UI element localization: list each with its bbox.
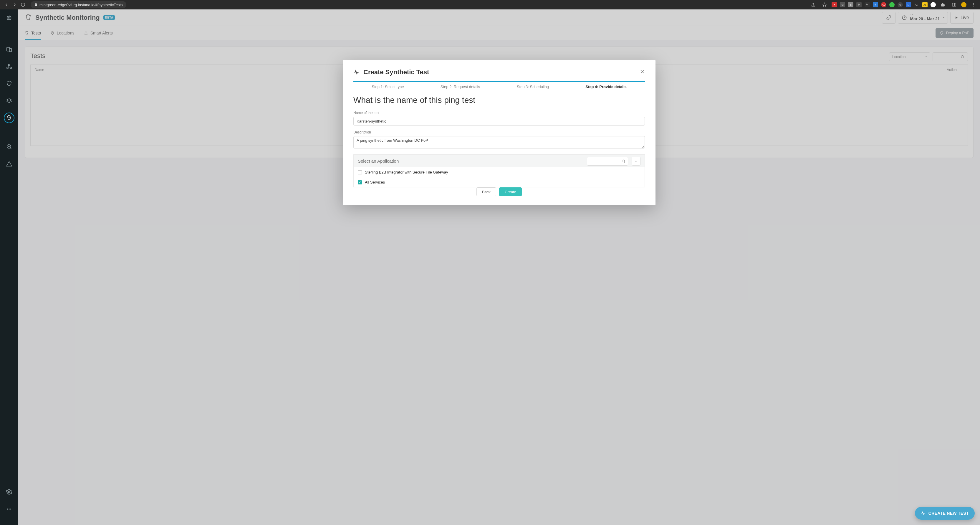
wizard-step-3[interactable]: Step 3: Scheduling xyxy=(517,85,549,89)
sidebar-applications-icon[interactable] xyxy=(4,61,14,72)
svg-point-14 xyxy=(7,509,8,509)
application-select-label: Select an Application xyxy=(358,158,583,163)
svg-point-1 xyxy=(973,3,974,3)
application-collapse-button[interactable] xyxy=(632,157,641,166)
wizard-steps: Step 1: Select type Step 2: Request deta… xyxy=(353,85,645,89)
wizard-step-2[interactable]: Step 2: Request details xyxy=(441,85,480,89)
ext-icon-13[interactable] xyxy=(931,2,936,7)
app-sidebar xyxy=(0,10,18,525)
svg-point-5 xyxy=(8,18,8,18)
close-icon xyxy=(640,69,645,74)
pulse-icon xyxy=(353,69,360,75)
sidebar-websites-icon[interactable] xyxy=(4,44,14,55)
wizard-progress-bar xyxy=(353,81,645,82)
bookmark-star-icon[interactable] xyxy=(820,1,829,9)
ext-icon-11[interactable]: C: xyxy=(914,2,920,7)
application-option-label: Sterling B2B Integrator with Secure File… xyxy=(365,170,448,174)
modal-close-button[interactable] xyxy=(640,69,645,75)
modal-title: Create Synthetic Test xyxy=(363,69,429,76)
svg-point-13 xyxy=(8,491,10,493)
ext-icon-12[interactable]: JS xyxy=(922,2,928,7)
svg-rect-0 xyxy=(952,3,956,6)
form-heading: What is the name of this ping test xyxy=(353,96,645,105)
extensions-menu-icon[interactable] xyxy=(939,1,947,9)
fab-label: CREATE NEW TEST xyxy=(929,511,969,515)
ext-icon-6[interactable]: ⚛ xyxy=(873,2,878,7)
create-button[interactable]: Create xyxy=(499,187,522,196)
ext-icon-5[interactable]: ✎ xyxy=(865,2,870,7)
share-icon[interactable] xyxy=(809,1,818,9)
ext-icon-9[interactable]: ☺ xyxy=(897,2,903,7)
application-search-input[interactable] xyxy=(587,157,628,166)
description-field-label: Description xyxy=(353,130,645,134)
svg-point-15 xyxy=(8,509,10,509)
application-option-sterling[interactable]: Sterling B2B Integrator with Secure File… xyxy=(353,168,645,177)
ext-icon-4[interactable]: ✈ xyxy=(856,2,862,7)
sidebar-synthetic-icon[interactable] xyxy=(4,113,14,123)
browser-forward-button[interactable] xyxy=(11,1,19,9)
profile-avatar-icon[interactable] xyxy=(961,2,966,7)
wizard-step-1[interactable]: Step 1: Select type xyxy=(372,85,404,89)
browser-url-text: mintgreen-edge0vfurg.instana.io/#/synthe… xyxy=(40,3,123,7)
application-option-label: All Services xyxy=(365,180,385,184)
create-new-test-fab[interactable]: CREATE NEW TEST xyxy=(915,507,975,520)
svg-point-6 xyxy=(10,18,10,18)
application-select-header: Select an Application xyxy=(353,154,645,168)
ext-icon-2[interactable]: ⧉ xyxy=(840,2,845,7)
svg-point-2 xyxy=(973,5,974,5)
back-button[interactable]: Back xyxy=(476,187,496,196)
browser-url-bar[interactable]: mintgreen-edge0vfurg.instana.io/#/synthe… xyxy=(30,1,126,8)
chevron-up-icon xyxy=(634,160,638,163)
sidebar-analytics-icon[interactable] xyxy=(4,141,14,152)
ext-icon-3[interactable]: S xyxy=(848,2,853,7)
sidebar-robot-icon[interactable] xyxy=(4,13,14,23)
svg-point-16 xyxy=(10,509,11,509)
test-description-input[interactable]: A ping synthetic from Washington DC PoP xyxy=(353,136,645,148)
svg-point-3 xyxy=(973,6,974,6)
name-field-label: Name of the test xyxy=(353,111,645,115)
ext-icon-8[interactable] xyxy=(889,2,895,7)
sidebar-kubernetes-icon[interactable] xyxy=(4,78,14,89)
panel-icon[interactable] xyxy=(950,1,958,9)
checkbox-unchecked-icon[interactable] xyxy=(358,170,362,174)
sidebar-settings-icon[interactable] xyxy=(4,487,14,497)
test-name-input[interactable] xyxy=(353,116,645,126)
svg-point-20 xyxy=(622,160,624,162)
application-option-all-services[interactable]: ✓ All Services xyxy=(353,177,645,187)
checkbox-checked-icon[interactable]: ✓ xyxy=(358,180,362,184)
ext-icon-1[interactable]: ● xyxy=(832,2,837,7)
browser-reload-button[interactable] xyxy=(19,1,27,9)
create-synthetic-test-modal: Create Synthetic Test Step 1: Select typ… xyxy=(343,60,655,205)
pulse-icon xyxy=(921,511,926,515)
browser-back-button[interactable] xyxy=(2,1,11,9)
sidebar-events-icon[interactable] xyxy=(4,158,14,169)
sidebar-infrastructure-icon[interactable] xyxy=(4,96,14,106)
lock-icon xyxy=(34,3,38,6)
wizard-step-4[interactable]: Step 4: Provide details xyxy=(585,85,626,89)
browser-extension-tray: ● ⧉ S ✈ ✎ ⚛ AD ☺ □ C: JS xyxy=(809,1,978,9)
ext-icon-10[interactable]: □ xyxy=(906,2,911,7)
search-icon xyxy=(621,159,625,163)
chrome-menu-icon[interactable] xyxy=(969,1,978,9)
browser-chrome-bar: mintgreen-edge0vfurg.instana.io/#/synthe… xyxy=(0,0,980,10)
ext-icon-7[interactable]: AD xyxy=(881,2,886,7)
sidebar-more-icon[interactable] xyxy=(4,504,14,514)
